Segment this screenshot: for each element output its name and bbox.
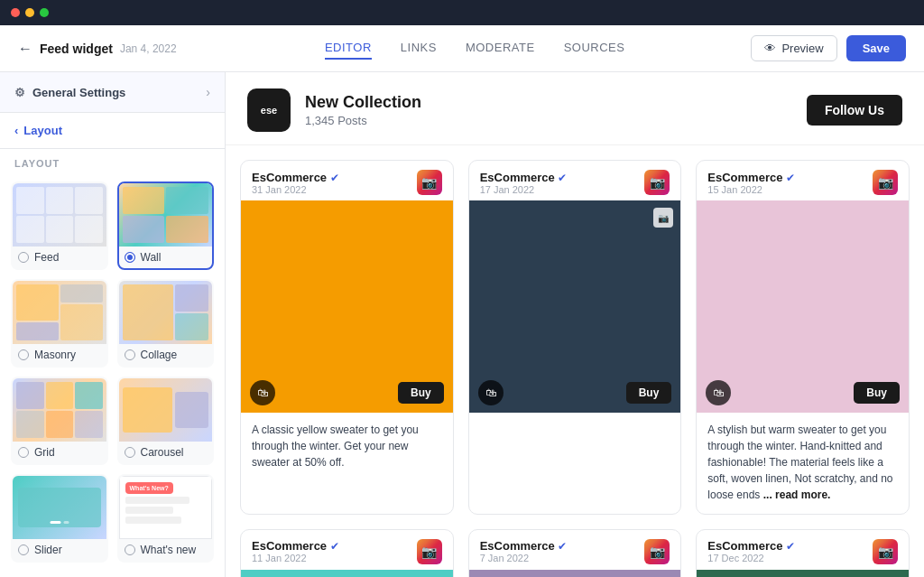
feed-radio[interactable] bbox=[18, 252, 29, 263]
nav-links[interactable]: LINKS bbox=[401, 37, 437, 60]
collage-radio[interactable] bbox=[125, 349, 135, 360]
read-more-link[interactable]: ... read more. bbox=[763, 489, 831, 501]
verified-icon: ✔ bbox=[558, 540, 567, 553]
nav-sources[interactable]: SOURCES bbox=[564, 37, 625, 60]
layout-item-wall[interactable]: Wall bbox=[117, 181, 215, 270]
post-image: 🛍 Buy bbox=[241, 200, 453, 413]
general-settings-section[interactable]: ⚙ General Settings › bbox=[0, 72, 225, 113]
buy-button[interactable]: Buy bbox=[398, 382, 444, 404]
post-date: 17 Jan 2022 bbox=[480, 184, 568, 195]
whatsnew-radio[interactable] bbox=[125, 544, 135, 555]
post-author: EsCommerce bbox=[480, 171, 555, 184]
post-date: 31 Jan 2022 bbox=[252, 184, 339, 195]
gear-icon: ⚙ bbox=[14, 86, 25, 99]
layout-item-feed[interactable]: Feed bbox=[11, 181, 108, 270]
post-caption: A stylish but warm sweater to get you th… bbox=[697, 413, 909, 514]
post-author: EsCommerce bbox=[252, 539, 327, 553]
post-image: 📷 bbox=[697, 570, 909, 577]
post-author: EsCommerce bbox=[707, 539, 782, 553]
minimize-dot[interactable] bbox=[25, 8, 34, 17]
instagram-icon: 📷 bbox=[417, 539, 442, 564]
window-titlebar bbox=[0, 0, 924, 25]
post-card: EsCommerce ✔ 11 Jan 2022 📷 📷 bbox=[240, 529, 454, 577]
page-title: Feed widget bbox=[40, 42, 113, 56]
feed-logo: ese bbox=[247, 88, 291, 132]
post-image: 📷 🛍 Buy bbox=[469, 200, 681, 413]
slider-thumbnail bbox=[13, 476, 106, 539]
buy-button[interactable]: Buy bbox=[626, 382, 672, 404]
close-dot[interactable] bbox=[11, 8, 20, 17]
post-card: EsCommerce ✔ 17 Jan 2022 📷 📷 🛍 Buy bbox=[468, 160, 682, 515]
shop-icon[interactable]: 🛍 bbox=[706, 380, 731, 405]
preview-label: Preview bbox=[781, 42, 823, 55]
wall-thumbnail bbox=[119, 183, 213, 247]
post-image: 🛍 Buy bbox=[697, 200, 909, 413]
whatsnew-label: What's new bbox=[141, 544, 197, 556]
verified-icon: ✔ bbox=[786, 172, 795, 184]
collage-label: Collage bbox=[141, 349, 178, 361]
post-author: EsCommerce bbox=[480, 539, 555, 553]
layout-item-grid[interactable]: Grid bbox=[11, 377, 108, 465]
post-card: EsCommerce ✔ 7 Jan 2022 📷 📷 bbox=[468, 529, 682, 577]
header-left: ← Feed widget Jan 4, 2022 bbox=[18, 41, 199, 57]
slider-radio[interactable] bbox=[18, 544, 29, 555]
main-nav: EDITOR LINKS MODERATE SOURCES bbox=[213, 37, 736, 60]
carousel-radio[interactable] bbox=[125, 447, 135, 458]
layout-item-whatsnew[interactable]: What's New? What's new bbox=[117, 474, 215, 563]
masonry-radio[interactable] bbox=[18, 349, 29, 360]
shop-icon[interactable]: 🛍 bbox=[250, 380, 275, 405]
collage-thumbnail bbox=[119, 281, 213, 344]
verified-icon: ✔ bbox=[786, 540, 795, 553]
post-date: 7 Jan 2022 bbox=[480, 553, 568, 563]
post-card: EsCommerce ✔ 17 Dec 2022 📷 📷 bbox=[696, 529, 910, 577]
feed-thumbnail bbox=[13, 183, 106, 247]
general-settings-label: General Settings bbox=[32, 86, 125, 99]
feed-header: ese New Collection 1,345 Posts Follow Us bbox=[226, 72, 924, 145]
post-date: 17 Dec 2022 bbox=[707, 553, 795, 563]
header-actions: 👁 Preview Save bbox=[751, 35, 906, 61]
header-date: Jan 4, 2022 bbox=[120, 42, 177, 55]
wall-label: Wall bbox=[141, 251, 162, 264]
layout-tab[interactable]: ‹ Layout bbox=[0, 113, 225, 149]
chevron-left-icon: ‹ bbox=[14, 124, 18, 137]
grid-radio[interactable] bbox=[18, 447, 29, 458]
follow-button[interactable]: Follow Us bbox=[807, 95, 902, 126]
save-button[interactable]: Save bbox=[846, 35, 906, 61]
nav-moderate[interactable]: MODERATE bbox=[466, 37, 535, 60]
post-card: EsCommerce ✔ 15 Jan 2022 📷 🛍 Buy bbox=[696, 160, 910, 515]
feed-title: New Collection bbox=[305, 93, 792, 112]
layout-item-slider[interactable]: Slider bbox=[11, 474, 108, 563]
post-caption: A classic yellow sweater to get you thro… bbox=[241, 413, 453, 481]
instagram-icon: 📷 bbox=[644, 539, 670, 564]
wall-radio[interactable] bbox=[125, 252, 135, 263]
layout-section-label: LAYOUT bbox=[0, 149, 225, 174]
back-button[interactable]: ← bbox=[18, 41, 32, 57]
eye-icon: 👁 bbox=[764, 42, 776, 55]
layout-tab-label: Layout bbox=[23, 124, 62, 137]
grid-thumbnail bbox=[13, 378, 106, 442]
maximize-dot[interactable] bbox=[40, 8, 49, 17]
preview-button[interactable]: 👁 Preview bbox=[751, 35, 836, 61]
verified-icon: ✔ bbox=[330, 540, 339, 553]
verified-icon: ✔ bbox=[558, 172, 567, 184]
layout-item-collage[interactable]: Collage bbox=[117, 279, 215, 368]
feed-preview: ese New Collection 1,345 Posts Follow Us… bbox=[226, 72, 924, 577]
layout-item-masonry[interactable]: Masonry bbox=[11, 279, 108, 368]
post-author: EsCommerce bbox=[252, 171, 327, 184]
layout-item-carousel[interactable]: Carousel bbox=[117, 377, 215, 465]
app-header: ← Feed widget Jan 4, 2022 EDITOR LINKS M… bbox=[0, 25, 924, 72]
grid-label: Grid bbox=[34, 446, 55, 459]
nav-editor[interactable]: EDITOR bbox=[325, 37, 372, 60]
chevron-right-icon: › bbox=[206, 85, 210, 99]
carousel-label: Carousel bbox=[141, 446, 184, 459]
content-area: ese New Collection 1,345 Posts Follow Us… bbox=[226, 72, 924, 577]
shop-icon[interactable]: 🛍 bbox=[478, 380, 504, 405]
instagram-icon: 📷 bbox=[417, 170, 442, 195]
buy-button[interactable]: Buy bbox=[854, 382, 900, 404]
whatsnew-thumbnail: What's New? bbox=[119, 476, 213, 539]
main-layout: ⚙ General Settings › ‹ Layout LAYOUT bbox=[0, 72, 924, 577]
layout-grid: Feed Wall bbox=[0, 174, 225, 577]
post-author: EsCommerce bbox=[707, 171, 782, 184]
post-date: 11 Jan 2022 bbox=[252, 553, 339, 563]
masonry-thumbnail bbox=[13, 281, 106, 344]
